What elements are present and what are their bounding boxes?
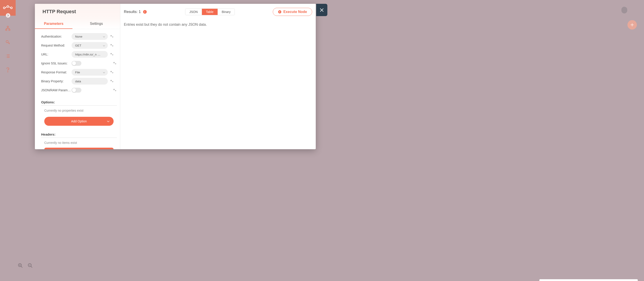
options-binary-property[interactable] <box>110 79 114 84</box>
svg-point-17 <box>115 63 116 65</box>
field-authentication: Authentication: None <box>41 33 117 40</box>
view-json-button[interactable]: JSON <box>185 9 202 15</box>
zoom-controls <box>18 263 33 269</box>
chevron-down-icon <box>103 71 105 74</box>
toggle-json-raw[interactable] <box>72 88 82 93</box>
gear-icon <box>113 61 117 65</box>
options-url[interactable] <box>110 52 114 57</box>
svg-point-13 <box>112 46 113 47</box>
add-option-button[interactable]: Add Option <box>44 117 114 126</box>
toggle-ignore-ssl[interactable] <box>72 61 82 66</box>
play-icon <box>278 10 282 14</box>
chevron-down-icon <box>103 44 105 47</box>
options-authentication[interactable] <box>110 34 114 39</box>
svg-point-16 <box>113 62 115 63</box>
config-tabs: Parameters Settings <box>35 19 120 29</box>
svg-point-14 <box>110 53 112 54</box>
chevron-down-icon <box>107 119 110 123</box>
field-ignore-ssl: Ignore SSL Issues: <box>41 60 117 67</box>
svg-point-19 <box>112 72 113 73</box>
svg-rect-5 <box>9 29 10 31</box>
svg-point-18 <box>110 71 112 72</box>
field-response-format: Response Format: File <box>41 69 117 76</box>
gear-icon <box>110 79 114 83</box>
tab-parameters[interactable]: Parameters <box>35 19 72 29</box>
tab-settings[interactable]: Settings <box>72 19 120 29</box>
add-header-button[interactable] <box>44 148 114 149</box>
node-title: HTTP Request <box>42 9 115 15</box>
options-json-raw[interactable] <box>112 88 117 92</box>
sidebar-item-workflows[interactable] <box>0 22 16 35</box>
add-option-label: Add Option <box>71 119 87 123</box>
options-section-header: Options: <box>41 100 117 106</box>
help-icon <box>6 68 10 73</box>
svg-point-21 <box>112 81 113 82</box>
node-config-panel: HTTP Request Parameters Settings Authent… <box>35 4 120 149</box>
headers-empty-text: Currently no items exist <box>41 138 117 148</box>
svg-point-10 <box>110 35 112 37</box>
execute-node-button[interactable]: Execute Node <box>273 8 312 16</box>
value-url: https://n8n.io/_n … <box>75 53 100 56</box>
value-authentication: None <box>75 35 82 38</box>
sidebar-item-credentials[interactable] <box>0 35 16 49</box>
bottom-panel-edge <box>539 279 638 281</box>
close-modal-button[interactable] <box>316 4 327 16</box>
n8n-logo-icon <box>3 5 13 11</box>
info-icon[interactable]: i <box>143 10 147 14</box>
gear-icon <box>110 35 114 39</box>
svg-point-7 <box>8 72 8 72</box>
options-request-method[interactable] <box>110 43 114 48</box>
execute-node-label: Execute Node <box>283 10 307 14</box>
results-message: Entries exist but they do not contain an… <box>124 23 312 27</box>
select-request-method[interactable]: GET <box>72 42 108 49</box>
gear-icon <box>110 43 114 48</box>
input-binary-property[interactable]: data <box>72 78 108 85</box>
field-request-method: Request Method: GET <box>41 42 117 49</box>
app-sidebar <box>0 0 16 281</box>
parameters-form: Authentication: None Request Method: GET <box>35 29 120 149</box>
node-editor-modal: HTTP Request Parameters Settings Authent… <box>35 4 316 149</box>
gear-icon <box>113 88 117 92</box>
output-view-toggle: JSON Table Binary <box>185 9 235 15</box>
input-url[interactable]: https://n8n.io/_n … <box>72 51 108 58</box>
view-table-button[interactable]: Table <box>202 9 218 15</box>
svg-point-15 <box>112 54 113 56</box>
label-json-raw: JSON/RAW Parame… <box>41 88 72 92</box>
headers-section-header: Headers: <box>41 132 117 138</box>
chevron-down-icon <box>103 35 105 38</box>
gear-icon <box>110 52 114 56</box>
label-url: URL: <box>41 53 72 56</box>
view-binary-button[interactable]: Binary <box>218 9 235 15</box>
svg-point-0 <box>3 7 5 9</box>
value-request-method: GET <box>75 44 82 47</box>
sidebar-item-executions[interactable] <box>0 49 16 63</box>
svg-rect-3 <box>7 26 8 27</box>
options-response-format[interactable] <box>110 70 114 75</box>
zoom-in-button[interactable] <box>18 263 23 269</box>
results-toolbar: Results: 1 i JSON Table Binary Execute N… <box>124 8 312 16</box>
select-response-format[interactable]: File <box>72 69 108 76</box>
app-logo[interactable] <box>0 0 16 16</box>
svg-point-11 <box>112 37 113 38</box>
value-binary-property: data <box>75 80 81 83</box>
label-request-method: Request Method: <box>41 44 72 47</box>
svg-point-22 <box>113 89 115 90</box>
select-authentication[interactable]: None <box>72 33 108 40</box>
workflow-active-toggle[interactable] <box>622 7 627 14</box>
results-count: Results: 1 <box>124 10 141 14</box>
sidebar-item-help[interactable] <box>0 63 16 77</box>
value-response-format: File <box>75 71 80 74</box>
svg-point-20 <box>110 80 112 81</box>
svg-point-23 <box>115 90 116 91</box>
label-ignore-ssl: Ignore SSL Issues: <box>41 62 72 65</box>
gear-icon <box>110 70 114 74</box>
field-url: URL: https://n8n.io/_n … <box>41 51 117 58</box>
options-ignore-ssl[interactable] <box>112 61 117 66</box>
label-response-format: Response Format: <box>41 71 72 74</box>
svg-rect-4 <box>6 29 7 31</box>
zoom-out-button[interactable] <box>28 263 33 269</box>
chevron-right-icon <box>7 14 9 17</box>
field-json-raw: JSON/RAW Parame… <box>41 87 117 94</box>
sidebar-expand-toggle[interactable] <box>6 13 10 18</box>
add-node-fab[interactable] <box>628 20 637 30</box>
